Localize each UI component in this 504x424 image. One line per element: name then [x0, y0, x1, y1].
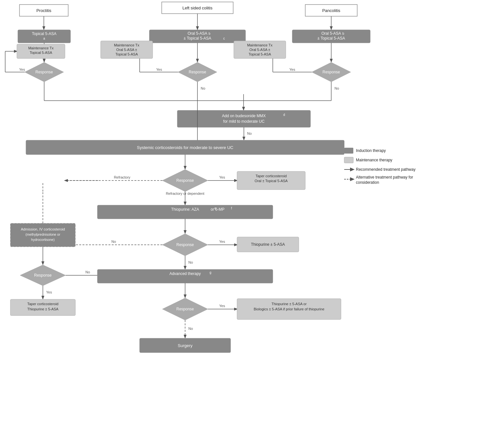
diagram-container: Proctitis Left sided colitis Pancolitis …	[0, 0, 504, 424]
advanced-therapy-box: Advanced therapy	[170, 271, 201, 276]
svg-text:No: No	[188, 260, 193, 264]
svg-text:for mild to moderate UC: for mild to moderate UC	[223, 119, 265, 124]
svg-text:Oral ± Topical 5-ASA: Oral ± Topical 5-ASA	[255, 179, 288, 183]
response-diamond-thiopurine: Response	[176, 243, 194, 247]
legend-recommended-label: Recommended treatment pathway	[356, 167, 415, 172]
svg-text:Topical 5-ASA: Topical 5-ASA	[30, 51, 52, 55]
svg-text:Topical 5-ASA: Topical 5-ASA	[115, 52, 138, 56]
legend-alternative-label-1: Alternative treatment pathway for	[356, 175, 413, 180]
svg-text:hydrocortisone): hydrocortisone)	[31, 238, 55, 242]
svg-rect-109	[344, 157, 353, 163]
svg-text:(methylprednisolone or: (methylprednisolone or	[26, 232, 60, 236]
legend-induction-label: Induction therapy	[356, 148, 386, 153]
svg-text:c: c	[223, 37, 225, 40]
svg-text:d: d	[283, 113, 285, 117]
svg-text:Yes: Yes	[219, 175, 225, 179]
admission-iv-box: Admission, IV corticosteroid	[21, 227, 65, 231]
response-diamond-right: Response	[322, 70, 340, 74]
taper-thiopurine-box: Taper corticosteroid	[27, 302, 58, 306]
svg-text:g: g	[209, 271, 211, 274]
svg-text:f: f	[231, 206, 232, 210]
svg-text:Oral 5-ASA ±: Oral 5-ASA ±	[249, 48, 270, 52]
svg-text:Oral 5-ASA ±: Oral 5-ASA ±	[116, 48, 137, 52]
systemic-corticosteroids-box: Systemic corticosteroids for moderate to…	[137, 145, 233, 150]
svg-text:Thiopurine ± 5-ASA: Thiopurine ± 5-ASA	[27, 307, 59, 311]
left-sided-colitis-label: Left sided colitis	[183, 6, 213, 10]
svg-text:Yes: Yes	[219, 240, 225, 243]
svg-text:± Topical 5-ASA: ± Topical 5-ASA	[317, 36, 345, 41]
svg-text:No: No	[85, 270, 90, 274]
svg-text:Biologics ± 5-ASA if prior fai: Biologics ± 5-ASA if prior failure of th…	[254, 307, 324, 311]
budesonide-box: Add on budesonide MMX	[222, 114, 266, 118]
svg-text:Topical 5-ASA: Topical 5-ASA	[248, 52, 271, 56]
maintenance-oral-right-box: Maintenance Tx	[247, 43, 273, 47]
svg-text:Refractory: Refractory	[114, 175, 131, 179]
svg-text:Yes: Yes	[46, 290, 52, 294]
response-diamond-advanced: Response	[176, 307, 194, 311]
surgery-box: Surgery	[178, 343, 193, 348]
svg-text:Yes: Yes	[19, 68, 25, 71]
response-diamond-left: Response	[35, 70, 53, 74]
legend-alternative-label-2: consideration	[356, 180, 379, 185]
taper-corticosteroid-oral-box: Taper corticosteroid	[256, 174, 287, 178]
topical-5asa-box: Topical 5-ASA	[32, 31, 56, 36]
response-diamond-admission: Response	[34, 273, 52, 278]
legend-maintenance-label: Maintenance therapy	[356, 158, 392, 162]
svg-text:Yes: Yes	[156, 68, 162, 71]
svg-text:b: b	[342, 32, 344, 35]
svg-text:a: a	[43, 37, 45, 40]
svg-text:or 6-MP: or 6-MP	[211, 207, 225, 212]
oral-topical-right-box: Oral 5-ASA	[321, 31, 341, 36]
svg-text:No: No	[188, 327, 193, 330]
response-diamond-systemic: Response	[176, 178, 194, 183]
thiopurine-box: Thiopurine: AZA	[171, 207, 199, 212]
maintenance-topical-box: Maintenance Tx	[28, 46, 54, 50]
svg-text:No: No	[334, 86, 339, 90]
pancolitis-label: Pancolitis	[322, 8, 340, 13]
oral-topical-center-box: Oral 5-ASA	[188, 31, 208, 36]
svg-rect-108	[344, 148, 353, 154]
svg-text:± Topical 5-ASA: ± Topical 5-ASA	[183, 36, 211, 41]
thiopurine-5asa-box: Thiopurine ± 5-ASA	[251, 242, 285, 247]
maintenance-oral-center-box: Maintenance Tx	[114, 43, 140, 47]
maintenance-advanced-box: Thiopurine ± 5-ASA or	[271, 302, 307, 306]
svg-text:b: b	[208, 32, 210, 35]
svg-text:No: No	[247, 131, 252, 135]
proctitis-label: Proctitis	[36, 8, 52, 13]
response-diamond-center: Response	[189, 70, 206, 74]
svg-text:Yes: Yes	[219, 304, 225, 308]
svg-text:Yes: Yes	[289, 68, 295, 71]
svg-text:No: No	[201, 86, 205, 90]
svg-text:No: No	[111, 240, 116, 243]
